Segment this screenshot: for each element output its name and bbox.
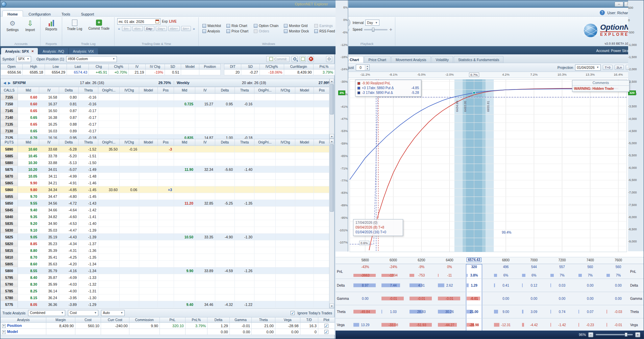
model-cell[interactable]: [139, 261, 158, 267]
step-button-45m[interactable]: 45m-: [132, 26, 143, 31]
mid-cell[interactable]: [174, 159, 195, 166]
model-cell[interactable]: [139, 240, 158, 247]
model-cell[interactable]: [295, 240, 314, 247]
chain-row[interactable]: 57958.4035.87-4.09-1.33: [1, 274, 330, 281]
model-cell[interactable]: [295, 220, 314, 227]
step-button-day[interactable]: Day+: [156, 26, 167, 31]
chain-row[interactable]: 58359.2034.90-4.53-1.40: [1, 220, 330, 227]
mid-cell[interactable]: 8.05: [18, 301, 39, 308]
mid-cell[interactable]: 0.65: [18, 128, 39, 134]
mid-cell[interactable]: 0.60: [18, 94, 39, 101]
scroll-down-icon[interactable]: ▼: [329, 134, 334, 139]
mid-cell[interactable]: 8.55: [18, 267, 39, 274]
mid-cell[interactable]: [174, 247, 195, 254]
model-cell[interactable]: [295, 301, 314, 308]
plot-checkbox[interactable]: ✓: [324, 324, 328, 328]
step-button-5m[interactable]: 5m+: [181, 26, 191, 31]
mid-cell[interactable]: [174, 114, 195, 121]
mid-cell[interactable]: [174, 261, 195, 267]
model-cell[interactable]: [295, 294, 314, 301]
window-toggle-rss-feed[interactable]: RSS Feed: [313, 29, 336, 34]
commit-trade-button[interactable]: + Commit Trade: [86, 18, 112, 32]
scroll-up-icon[interactable]: ▲: [329, 139, 334, 144]
model-cell[interactable]: [139, 207, 158, 213]
mid-cell[interactable]: [174, 288, 195, 294]
chain-row[interactable]: 71400.6516.380.87-0.17: [1, 114, 330, 121]
scrollbar-thumb[interactable]: [330, 144, 334, 212]
mid-cell[interactable]: 10.50: [174, 234, 195, 240]
chain-row[interactable]: 58058.6035.63-4.20-1.34: [1, 261, 330, 267]
mid-cell[interactable]: [174, 207, 195, 213]
mid-cell[interactable]: [174, 153, 195, 159]
step-button-45m[interactable]: 45m+: [168, 26, 180, 31]
mid-cell[interactable]: [174, 193, 195, 200]
step-button-day[interactable]: Day-: [144, 26, 154, 31]
mid-cell[interactable]: 9.70: [18, 193, 39, 200]
mid-cell[interactable]: [174, 240, 195, 247]
chain-row[interactable]: 587510.2034.01-5.07-1.4911.9032.34-5.60-…: [1, 166, 330, 173]
mid-cell[interactable]: [174, 227, 195, 234]
projection-mode-button[interactable]: T+0: [603, 65, 613, 70]
mid-cell[interactable]: [174, 254, 195, 261]
mid-cell[interactable]: 8.80: [18, 247, 39, 254]
mid-cell[interactable]: 9.90: [18, 180, 39, 186]
commit-button[interactable]: Commit: [266, 56, 290, 62]
mid-cell[interactable]: [174, 294, 195, 301]
model-cell[interactable]: [139, 121, 158, 128]
chain-row[interactable]: 57858.2536.14-4.00-1.31: [1, 288, 330, 294]
plot-checkbox[interactable]: ✓: [324, 330, 328, 334]
mid-cell[interactable]: 8.60: [18, 261, 39, 267]
chain-row[interactable]: 58008.5535.79-4.16-1.349.9033.89-4.59-1.…: [1, 267, 330, 274]
model-cell[interactable]: [139, 101, 158, 107]
model-cell[interactable]: [139, 166, 158, 173]
mid-cell[interactable]: 9.40: [174, 301, 195, 308]
model-cell[interactable]: [295, 107, 314, 114]
chain-row[interactable]: 589010.6033.68-5.28-1.5235.50-0.16-3: [1, 146, 330, 153]
mid-cell[interactable]: 10.60: [18, 146, 39, 153]
tab-movement-analysis[interactable]: Movement Analysis: [391, 56, 430, 63]
mid-cell[interactable]: 9.10: [18, 227, 39, 234]
mid-cell[interactable]: [174, 180, 195, 186]
window-toggle-price-chart[interactable]: Price Chart: [225, 29, 249, 34]
symbol-select[interactable]: SPX ▼: [16, 56, 31, 62]
chain-row[interactable]: 58208.8535.23-4.34-1.37: [1, 240, 330, 247]
model-cell[interactable]: [139, 193, 158, 200]
doc-tab-analysis-spx[interactable]: Analysis: SPX✕: [1, 48, 38, 54]
strategy-select[interactable]: #808 Custom ▼: [66, 56, 117, 62]
model-cell[interactable]: [295, 128, 314, 134]
model-cell[interactable]: [139, 274, 158, 281]
zoom-out-button[interactable]: −: [588, 332, 593, 337]
zoom-slider-thumb[interactable]: [625, 333, 627, 337]
mid-cell[interactable]: 0.835: [174, 134, 195, 139]
mid-cell[interactable]: 11.90: [174, 166, 195, 173]
window-toggle-option-chain[interactable]: Option Chain: [253, 23, 279, 28]
model-cell[interactable]: [139, 294, 158, 301]
spin-up-icon[interactable]: ▲: [365, 65, 369, 68]
model-cell[interactable]: [295, 114, 314, 121]
chain-row[interactable]: 58609.8034.34-4.85-1.4533.600.06+3: [1, 186, 330, 193]
menu-tab-support[interactable]: Support: [76, 10, 99, 17]
chain-row[interactable]: 58108.7035.41-4.25-1.35: [1, 254, 330, 261]
model-cell[interactable]: [295, 134, 314, 139]
step-forward-icon[interactable]: »: [192, 27, 196, 31]
model-cell[interactable]: [295, 94, 314, 101]
model-cell[interactable]: [139, 267, 158, 274]
chain-row[interactable]: 58158.8035.39-4.31-1.36: [1, 247, 330, 254]
model-cell[interactable]: [139, 213, 158, 220]
chain-row[interactable]: 71450.6516.500.87-0.17: [1, 107, 330, 114]
speed-slider-thumb[interactable]: [372, 28, 374, 32]
menu-tab-tools[interactable]: Tools: [56, 10, 75, 17]
model-cell[interactable]: [295, 247, 314, 254]
model-cell[interactable]: [295, 288, 314, 294]
mid-cell[interactable]: 9.05: [18, 234, 39, 240]
mid-cell[interactable]: 9.80: [18, 186, 39, 193]
zoom-slider[interactable]: [596, 334, 633, 335]
model-cell[interactable]: [139, 254, 158, 261]
chain-row[interactable]: 71550.6016.580.80-0.16: [1, 94, 330, 101]
window-toggle-monitor-grid[interactable]: Monitor Grid: [283, 23, 310, 28]
scroll-up-icon[interactable]: ▲: [329, 79, 334, 83]
mid-cell[interactable]: [174, 94, 195, 101]
model-cell[interactable]: [139, 227, 158, 234]
chain-row[interactable]: 588510.4533.78-5.20-1.51: [1, 153, 330, 159]
menu-tab-home[interactable]: Home: [2, 10, 23, 17]
